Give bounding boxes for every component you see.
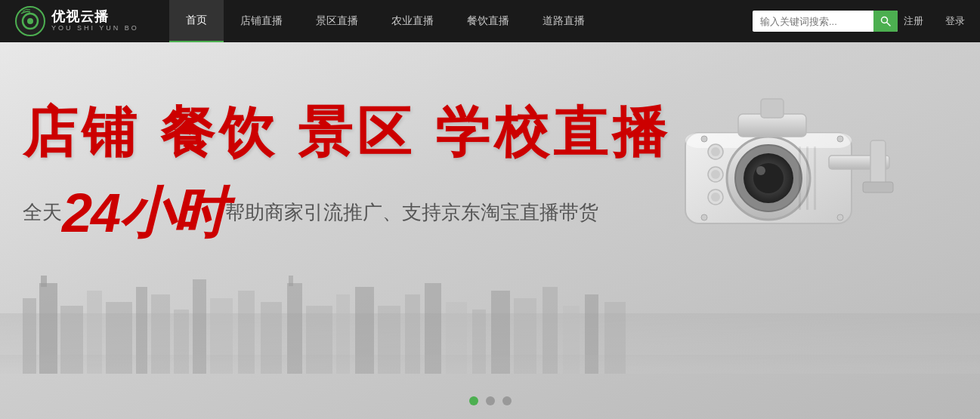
svg-rect-50 bbox=[761, 99, 784, 118]
logo-text: 优视云播 YOU SHI YUN BO bbox=[51, 10, 139, 32]
svg-point-57 bbox=[837, 214, 843, 220]
nav-item-scenic[interactable]: 景区直播 bbox=[299, 0, 375, 42]
nav-item-agri[interactable]: 农业直播 bbox=[375, 0, 450, 42]
navbar: 优视云播 YOU SHI YUN BO 首页 店铺直播 景区直播 农业直播 餐饮… bbox=[0, 0, 980, 42]
nav-item-shop[interactable]: 店铺直播 bbox=[224, 0, 299, 42]
search-input[interactable] bbox=[753, 12, 873, 31]
auth-divider bbox=[929, 14, 939, 28]
dot-1[interactable] bbox=[469, 396, 478, 405]
nav-item-food[interactable]: 餐饮直播 bbox=[450, 0, 526, 42]
nav-item-road[interactable]: 道路直播 bbox=[526, 0, 601, 42]
dot-2[interactable] bbox=[486, 396, 495, 405]
nav-links: 首页 店铺直播 景区直播 农业直播 餐饮直播 道路直播 bbox=[169, 0, 753, 42]
logo-sub: YOU SHI YUN BO bbox=[51, 25, 139, 32]
register-link[interactable]: 注册 bbox=[904, 14, 923, 28]
logo-main: 优视云播 bbox=[51, 10, 139, 25]
svg-point-44 bbox=[711, 147, 720, 156]
svg-point-48 bbox=[711, 193, 720, 202]
svg-point-46 bbox=[711, 170, 720, 179]
subtitle-prefix: 全天 bbox=[23, 201, 62, 223]
svg-point-42 bbox=[756, 166, 765, 175]
svg-point-2 bbox=[27, 18, 33, 24]
svg-rect-20 bbox=[289, 276, 293, 286]
svg-rect-58 bbox=[799, 146, 801, 210]
nav-right: 注册 登录 bbox=[753, 11, 965, 32]
slide-dots bbox=[469, 396, 512, 405]
camera-image bbox=[648, 57, 935, 344]
svg-rect-52 bbox=[870, 140, 886, 186]
login-link[interactable]: 登录 bbox=[945, 14, 965, 28]
search-box bbox=[753, 11, 898, 32]
svg-rect-59 bbox=[806, 146, 808, 210]
logo-icon bbox=[15, 6, 45, 36]
dot-3[interactable] bbox=[502, 396, 512, 405]
svg-rect-53 bbox=[863, 182, 893, 193]
subtitle-big: 24小时 bbox=[62, 183, 225, 243]
hero-section: 店铺 餐饮 景区 学校直播 全天24小时帮助商家引流推广、支持京东淘宝直播带货 bbox=[0, 42, 980, 419]
hero-title: 店铺 餐饮 景区 学校直播 bbox=[23, 103, 671, 162]
hero-subtitle: 全天24小时帮助商家引流推广、支持京东淘宝直播带货 bbox=[23, 177, 671, 250]
search-button[interactable] bbox=[873, 11, 898, 32]
hero-content: 店铺 餐饮 景区 学校直播 全天24小时帮助商家引流推广、支持京东淘宝直播带货 bbox=[0, 103, 671, 250]
svg-rect-60 bbox=[814, 146, 816, 210]
svg-point-55 bbox=[837, 136, 843, 142]
logo[interactable]: 优视云播 YOU SHI YUN BO bbox=[15, 6, 139, 36]
nav-item-home[interactable]: 首页 bbox=[169, 0, 224, 42]
svg-rect-35 bbox=[0, 355, 980, 374]
search-icon bbox=[880, 16, 891, 26]
svg-point-56 bbox=[701, 214, 707, 220]
camera-svg bbox=[648, 57, 935, 337]
svg-point-54 bbox=[701, 136, 707, 142]
svg-rect-8 bbox=[41, 276, 47, 287]
auth-links: 注册 登录 bbox=[904, 14, 965, 28]
svg-line-4 bbox=[887, 23, 891, 26]
subtitle-suffix: 帮助商家引流推广、支持京东淘宝直播带货 bbox=[225, 201, 598, 223]
